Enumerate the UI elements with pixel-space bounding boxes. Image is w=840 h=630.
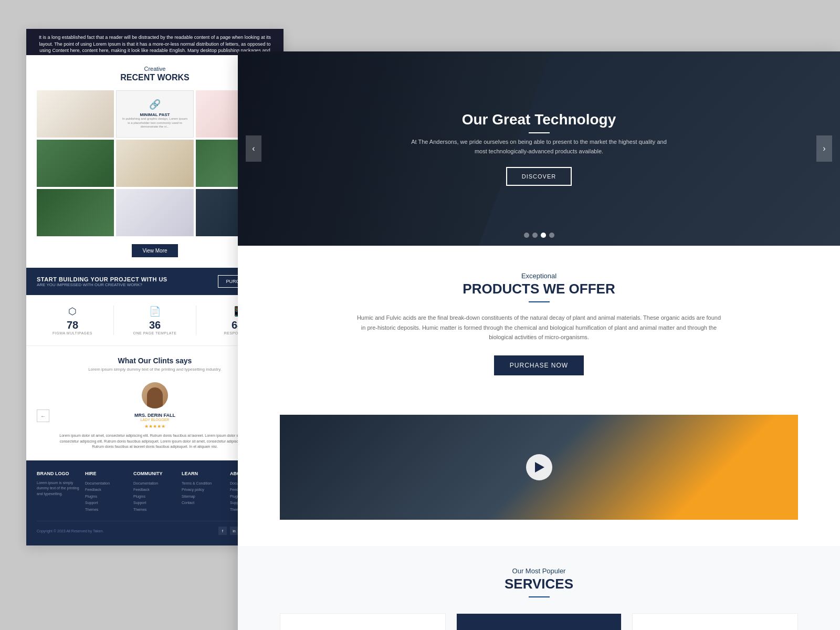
slider-dot-2[interactable] xyxy=(532,233,538,238)
onepage-icon: 📄 xyxy=(114,306,196,317)
play-icon xyxy=(535,462,544,472)
stat-figma-label: FIGMA MULTIPAGES xyxy=(32,331,113,335)
footer-link[interactable]: Support xyxy=(133,500,176,507)
footer-link[interactable]: Sitemap xyxy=(182,494,225,500)
slider-prev-button[interactable]: ‹ xyxy=(246,135,261,162)
work-item-8[interactable] xyxy=(116,189,193,236)
hero-title: Our Great Technology xyxy=(408,111,670,128)
testimonial-prev-button[interactable]: ← xyxy=(37,410,49,422)
footer-brand-text: Lorem ipsum is simply dummy text of the … xyxy=(37,480,80,497)
avatar xyxy=(142,382,168,408)
work-item-1[interactable] xyxy=(37,90,114,138)
footer-brand-heading: BRAND LOGO xyxy=(37,471,80,476)
work-item-featured[interactable]: 🔗 MINIMAL PAST In publishing and graphic… xyxy=(116,90,193,138)
slider-dots xyxy=(524,233,554,238)
services-grid: Id CREATIVE DESIGN In publishing and gra… xyxy=(280,613,798,630)
service-card-design: Id CREATIVE DESIGN In publishing and gra… xyxy=(280,613,446,630)
services-section: Our Most Populer SERVICES Id CREATIVE DE… xyxy=(238,546,840,630)
work-item-4[interactable] xyxy=(37,140,114,187)
testimonial-content: MRS. DERIN FALL LADY BLOGGER ★★★★★ Lorem… xyxy=(49,382,260,450)
footer-hire-heading: HIRE xyxy=(85,471,128,476)
right-panel: ‹ Our Great Technology At The Andersons,… xyxy=(238,51,840,630)
footer-link[interactable]: Plugins xyxy=(133,494,176,500)
stat-onepage: 📄 36 ONE PAGE TEMPLATE xyxy=(113,306,196,335)
footer-link[interactable]: Feedback xyxy=(85,487,128,494)
facebook-icon[interactable]: f xyxy=(218,527,227,535)
slider-dot-3[interactable] xyxy=(541,233,546,238)
products-description: Humic and Fulvic acids are the final bre… xyxy=(355,313,723,342)
products-section: Exceptional PRODUCTS WE OFFER Humic and … xyxy=(238,246,840,415)
purchase-now-button[interactable]: PURCHASE NOW xyxy=(494,355,584,375)
footer-link[interactable]: Support xyxy=(85,500,128,507)
service-card-custom: EASY CUSTOMIZATION In publishing and gra… xyxy=(632,613,798,630)
star-rating: ★★★★★ xyxy=(55,424,255,429)
services-title: SERVICES xyxy=(280,576,798,592)
hero-slider: ‹ Our Great Technology At The Andersons,… xyxy=(238,51,840,246)
featured-desc: In publishing and graphic design, Lorem … xyxy=(121,117,188,129)
linkedin-icon[interactable]: in xyxy=(230,527,238,535)
products-subtitle: Exceptional xyxy=(280,272,798,280)
hero-divider xyxy=(529,132,550,133)
stat-onepage-label: ONE PAGE TEMPLATE xyxy=(114,331,196,335)
slider-next-button[interactable]: › xyxy=(816,135,832,162)
footer-col-learn: LEARN Terms & Condition Privacy policy S… xyxy=(182,471,225,513)
products-underline xyxy=(529,301,550,302)
cta-heading: START BUILDING YOUR PROJECT WITH US xyxy=(37,276,167,282)
play-button[interactable] xyxy=(526,454,552,480)
discover-button[interactable]: DISCOVER xyxy=(506,167,572,186)
footer-col-brand: BRAND LOGO Lorem ipsum is simply dummy t… xyxy=(37,471,80,513)
footer-link[interactable]: Contact xyxy=(182,500,225,507)
figma-icon: ⬡ xyxy=(32,306,113,317)
footer-link[interactable]: Themes xyxy=(85,507,128,513)
footer-link[interactable]: Feedback xyxy=(133,487,176,494)
stat-figma-number: 78 xyxy=(32,319,113,331)
view-more-button[interactable]: View More xyxy=(132,244,177,257)
cta-text: START BUILDING YOUR PROJECT WITH US ARE … xyxy=(37,276,167,287)
stat-onepage-number: 36 xyxy=(114,319,196,331)
featured-icon: 🔗 xyxy=(149,99,161,110)
services-underline xyxy=(529,596,550,597)
footer-community-heading: COMMUNITY xyxy=(133,471,176,476)
footer-link[interactable]: Plugins xyxy=(85,494,128,500)
products-title: PRODUCTS WE OFFER xyxy=(280,281,798,297)
stat-figma: ⬡ 78 FIGMA MULTIPAGES xyxy=(32,306,113,335)
footer-link[interactable]: Themes xyxy=(133,507,176,513)
video-container xyxy=(280,415,798,520)
review-text: Lorem ipsum dolor sit amet, consectetur … xyxy=(55,433,255,450)
slider-dot-4[interactable] xyxy=(549,233,554,238)
reviewer-role: LADY BLOGGER xyxy=(55,418,255,422)
footer-col-community: COMMUNITY Documentation Feedback Plugins… xyxy=(133,471,176,513)
footer-link[interactable]: Documentation xyxy=(85,480,128,487)
footer-link[interactable]: Terms & Condition xyxy=(182,480,225,487)
footer-col-hire: HIRE Documentation Feedback Plugins Supp… xyxy=(85,471,128,513)
avatar-figure xyxy=(147,387,163,408)
copyright: Copyright © 2023 All Reserved by Taken. xyxy=(37,529,104,533)
service-card-code: </> PROFESSIONAL CODE In publishing and … xyxy=(456,613,622,630)
footer-link[interactable]: Privacy policy xyxy=(182,487,225,494)
work-item-7[interactable] xyxy=(37,189,114,236)
hero-content: Our Great Technology At The Andersons, w… xyxy=(408,111,670,185)
work-item-5[interactable] xyxy=(116,140,193,187)
featured-title: MINIMAL PAST xyxy=(140,112,170,117)
services-subtitle: Our Most Populer xyxy=(280,567,798,575)
slider-dot-1[interactable] xyxy=(524,233,529,238)
hero-description: At The Andersons, we pride ourselves on … xyxy=(408,138,670,156)
footer-learn-heading: LEARN xyxy=(182,471,225,476)
footer-link[interactable]: Documentation xyxy=(133,480,176,487)
cta-subtext: ARE YOU IMPRESSED WITH OUR CREATIVE WORK… xyxy=(37,282,167,287)
reviewer-name: MRS. DERIN FALL xyxy=(55,413,255,418)
